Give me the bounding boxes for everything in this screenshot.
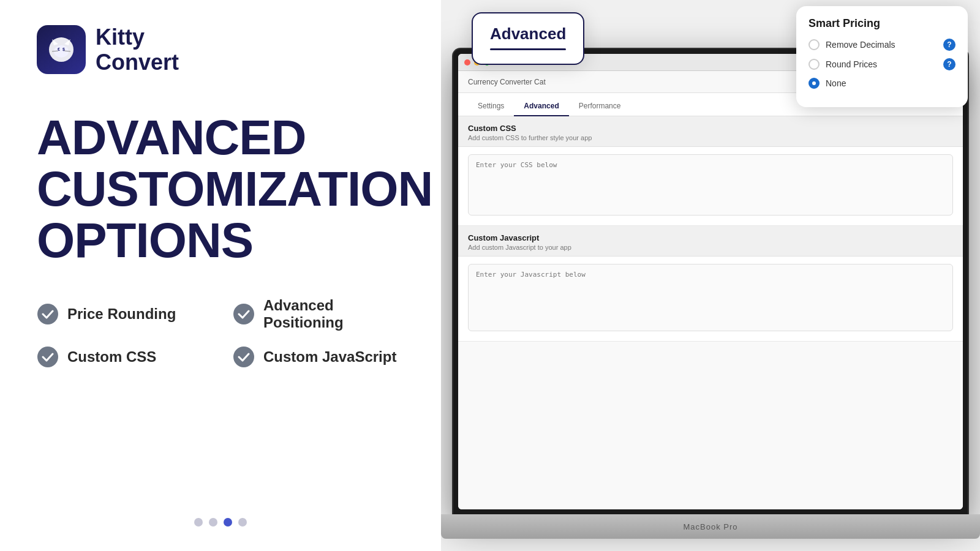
js-textarea[interactable] bbox=[468, 264, 953, 331]
radio-round-prices[interactable] bbox=[809, 59, 820, 70]
feature-label-custom-js: Custom JavaScript bbox=[263, 348, 396, 365]
smart-pricing-title: Smart Pricing bbox=[809, 17, 956, 30]
floating-smart-pricing-card: Smart Pricing Remove Decimals ? Round Pr… bbox=[796, 6, 968, 107]
svg-point-11 bbox=[233, 347, 254, 367]
feature-label-price-rounding: Price Rounding bbox=[67, 305, 176, 323]
svg-point-8 bbox=[37, 304, 58, 324]
css-textarea[interactable] bbox=[468, 154, 953, 216]
tab-settings[interactable]: Settings bbox=[468, 97, 514, 116]
svg-point-10 bbox=[37, 347, 58, 367]
js-section-subtitle: Add custom Javascript to your app bbox=[468, 244, 953, 251]
carousel-dots bbox=[37, 518, 404, 527]
label-remove-decimals: Remove Decimals bbox=[826, 40, 895, 50]
feature-price-rounding: Price Rounding bbox=[37, 297, 208, 331]
js-section-header: Custom Javascript Add custom Javascript … bbox=[458, 226, 963, 257]
check-icon-advanced-positioning bbox=[233, 303, 255, 325]
svg-text:$: $ bbox=[62, 47, 65, 52]
js-section-title: Custom Javascript bbox=[468, 233, 953, 242]
hero-title: ADVANCED CUSTOMIZATION OPTIONS bbox=[37, 112, 404, 266]
dot-1[interactable] bbox=[194, 518, 203, 527]
css-section-title: Custom CSS bbox=[468, 124, 953, 133]
logo-icon: € $ bbox=[37, 25, 86, 74]
left-panel: € $ KittyConvert ADVANCED CUSTOMIZATION … bbox=[0, 0, 441, 551]
right-panel: Advanced Smart Pricing Remove Decimals ?… bbox=[441, 0, 980, 551]
smart-option-round-prices[interactable]: Round Prices ? bbox=[809, 58, 956, 70]
advanced-card-label: Advanced bbox=[490, 24, 566, 43]
feature-advanced-positioning: Advanced Positioning bbox=[233, 297, 404, 331]
macbook-label: MacBook Pro bbox=[683, 522, 737, 531]
css-section-subtitle: Add custom CSS to further style your app bbox=[468, 134, 953, 141]
css-section-header: Custom CSS Add custom CSS to further sty… bbox=[458, 116, 963, 147]
svg-point-1 bbox=[54, 45, 69, 58]
tab-advanced[interactable]: Advanced bbox=[514, 97, 568, 116]
check-icon-custom-js bbox=[233, 346, 255, 368]
app-content: Currency Converter Cat Settings Advanced… bbox=[458, 54, 963, 509]
smart-option-remove-decimals[interactable]: Remove Decimals ? bbox=[809, 39, 956, 51]
tab-performance[interactable]: Performance bbox=[569, 97, 631, 116]
css-section-body bbox=[458, 147, 963, 226]
feature-label-advanced-positioning: Advanced Positioning bbox=[263, 297, 404, 331]
check-icon-price-rounding bbox=[37, 303, 59, 325]
macbook-base: MacBook Pro bbox=[441, 514, 980, 539]
radio-remove-decimals[interactable] bbox=[809, 39, 820, 50]
logo-name: KittyConvert bbox=[96, 24, 179, 75]
label-round-prices: Round Prices bbox=[826, 59, 877, 69]
smart-option-none[interactable]: None bbox=[809, 78, 956, 89]
dot-2[interactable] bbox=[209, 518, 217, 527]
macbook-bezel: Currency Converter Cat Settings Advanced… bbox=[453, 49, 968, 514]
js-section-body bbox=[458, 257, 963, 342]
logo-area: € $ KittyConvert bbox=[37, 24, 404, 75]
dot-4[interactable] bbox=[238, 518, 247, 527]
label-none: None bbox=[826, 78, 846, 88]
app-window-title: Currency Converter Cat bbox=[468, 78, 546, 86]
floating-advanced-card: Advanced bbox=[472, 12, 584, 65]
info-icon-round-prices[interactable]: ? bbox=[943, 58, 956, 70]
svg-point-9 bbox=[233, 304, 254, 324]
radio-none[interactable] bbox=[809, 78, 820, 89]
info-icon-remove-decimals[interactable]: ? bbox=[943, 39, 956, 51]
feature-custom-css: Custom CSS bbox=[37, 346, 208, 368]
macbook-frame: Currency Converter Cat Settings Advanced… bbox=[441, 49, 980, 551]
dot-3-active[interactable] bbox=[224, 518, 232, 527]
features-grid: Price Rounding Advanced Positioning Cust… bbox=[37, 297, 404, 368]
feature-label-custom-css: Custom CSS bbox=[67, 348, 156, 365]
macbook-screen: Currency Converter Cat Settings Advanced… bbox=[458, 54, 963, 509]
traffic-light-red[interactable] bbox=[464, 59, 470, 66]
feature-custom-js: Custom JavaScript bbox=[233, 346, 404, 368]
app-main-content: Custom CSS Add custom CSS to further sty… bbox=[458, 116, 963, 509]
check-icon-custom-css bbox=[37, 346, 59, 368]
advanced-card-underline bbox=[490, 48, 566, 50]
